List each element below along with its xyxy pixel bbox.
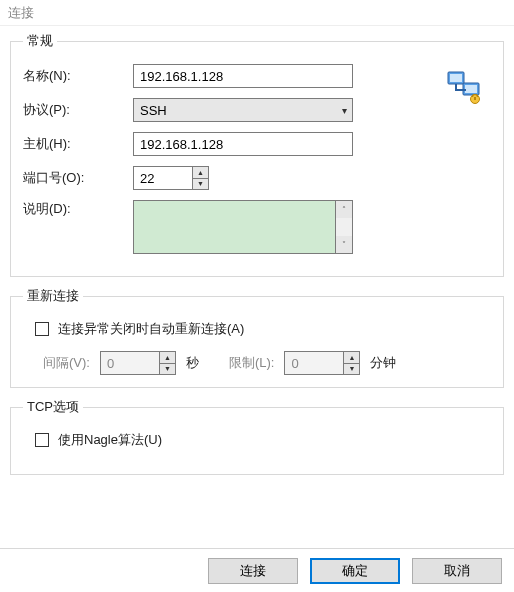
nagle-checkbox[interactable] — [35, 433, 49, 447]
protocol-label: 协议(P): — [23, 101, 133, 119]
port-input[interactable] — [134, 167, 192, 189]
scroll-down-icon[interactable]: ˅ — [336, 236, 352, 253]
window-title: 连接 — [0, 0, 514, 26]
limit-unit: 分钟 — [370, 354, 396, 372]
interval-label: 间隔(V): — [43, 354, 90, 372]
name-input[interactable] — [133, 64, 353, 88]
interval-unit: 秒 — [186, 354, 199, 372]
svg-rect-3 — [465, 85, 477, 93]
description-scrollbar[interactable]: ˄ ˅ — [336, 200, 353, 254]
nagle-label: 使用Nagle算法(U) — [58, 431, 162, 449]
port-stepper[interactable]: ▲ ▼ — [133, 166, 209, 190]
ok-button[interactable]: 确定 — [310, 558, 400, 584]
limit-input — [285, 352, 343, 374]
port-step-down[interactable]: ▼ — [193, 178, 208, 190]
connection-icon — [445, 68, 485, 108]
svg-rect-1 — [450, 74, 462, 82]
protocol-select[interactable]: SSH — [133, 98, 353, 122]
group-general: 常规 名称(N): 协议(P): — [10, 32, 504, 277]
limit-step-down: ▼ — [344, 363, 359, 375]
interval-step-down: ▼ — [160, 363, 175, 375]
host-label: 主机(H): — [23, 135, 133, 153]
description-textarea[interactable] — [133, 200, 336, 254]
auto-reconnect-label: 连接异常关闭时自动重新连接(A) — [58, 320, 244, 338]
name-label: 名称(N): — [23, 67, 133, 85]
group-tcp: TCP选项 使用Nagle算法(U) — [10, 398, 504, 475]
button-bar: 连接 确定 取消 — [0, 548, 514, 592]
cancel-button[interactable]: 取消 — [412, 558, 502, 584]
limit-step-up: ▲ — [344, 352, 359, 363]
interval-step-up: ▲ — [160, 352, 175, 363]
port-label: 端口号(O): — [23, 169, 133, 187]
limit-label: 限制(L): — [229, 354, 275, 372]
scroll-up-icon[interactable]: ˄ — [336, 201, 352, 218]
connect-button[interactable]: 连接 — [208, 558, 298, 584]
group-tcp-legend: TCP选项 — [23, 398, 83, 416]
group-reconnect: 重新连接 连接异常关闭时自动重新连接(A) 间隔(V): ▲ ▼ 秒 限制(L)… — [10, 287, 504, 388]
host-input[interactable] — [133, 132, 353, 156]
limit-stepper: ▲ ▼ — [284, 351, 360, 375]
interval-stepper: ▲ ▼ — [100, 351, 176, 375]
scroll-track[interactable] — [336, 218, 352, 236]
group-reconnect-legend: 重新连接 — [23, 287, 83, 305]
group-general-legend: 常规 — [23, 32, 57, 50]
interval-input — [101, 352, 159, 374]
auto-reconnect-checkbox[interactable] — [35, 322, 49, 336]
port-step-up[interactable]: ▲ — [193, 167, 208, 178]
description-label: 说明(D): — [23, 200, 133, 218]
svg-rect-5 — [474, 97, 476, 100]
